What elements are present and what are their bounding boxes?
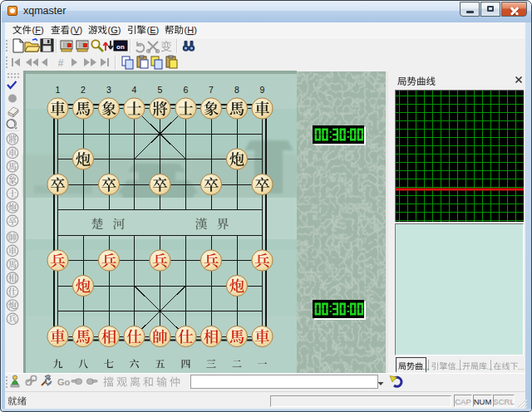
svg-text:7: 7 bbox=[209, 85, 214, 95]
svg-text:(F): (F) bbox=[32, 25, 44, 35]
svg-text:...: ... bbox=[487, 363, 494, 371]
svg-text:on: on bbox=[116, 43, 125, 51]
svg-text:1: 1 bbox=[56, 85, 61, 95]
svg-text:(V): (V) bbox=[71, 25, 83, 35]
svg-text:Go: Go bbox=[57, 377, 71, 387]
svg-text:...: ... bbox=[518, 363, 525, 371]
svg-text:NUM: NUM bbox=[474, 397, 492, 406]
svg-text:5: 5 bbox=[158, 85, 163, 95]
svg-text:SCRL: SCRL bbox=[493, 397, 514, 406]
svg-text:9: 9 bbox=[260, 85, 265, 95]
svg-text:8: 8 bbox=[234, 85, 239, 95]
svg-text:CAP: CAP bbox=[455, 397, 471, 406]
svg-text:2: 2 bbox=[81, 85, 86, 95]
svg-text:(H): (H) bbox=[185, 25, 197, 35]
svg-text:...: ... bbox=[423, 363, 430, 371]
svg-text:6: 6 bbox=[184, 85, 189, 95]
svg-text:(G): (G) bbox=[108, 25, 121, 35]
svg-text:3: 3 bbox=[106, 85, 111, 95]
svg-text:4: 4 bbox=[132, 85, 137, 95]
svg-text:#: # bbox=[58, 57, 64, 69]
svg-text:...: ... bbox=[456, 363, 462, 371]
svg-text:(E): (E) bbox=[147, 25, 160, 35]
